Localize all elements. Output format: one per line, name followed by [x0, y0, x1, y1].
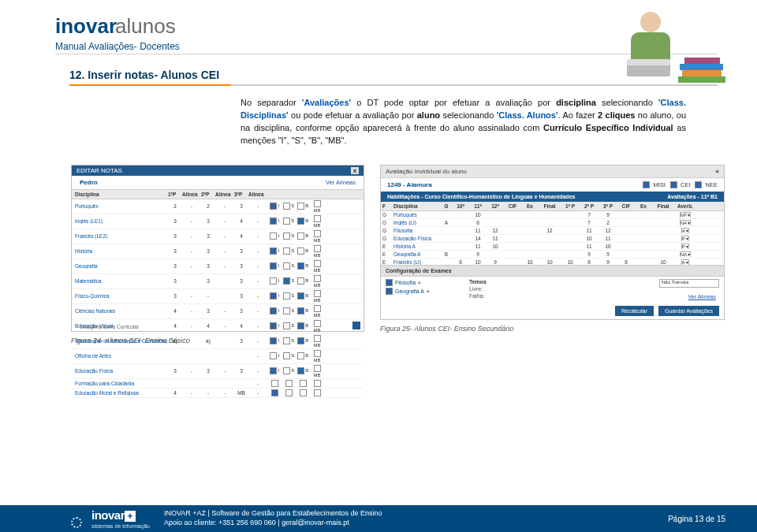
table-row: Educação Moral e Religiosa4---MB- — [72, 389, 364, 398]
checkbox[interactable] — [283, 233, 290, 240]
checkbox[interactable] — [297, 203, 304, 210]
averb-select[interactable]: NP ▾ — [680, 212, 692, 218]
checkbox[interactable] — [270, 218, 277, 225]
transita-select[interactable]: Não Transita — [659, 279, 719, 288]
checkbox[interactable] — [386, 288, 393, 295]
checkbox[interactable] — [270, 337, 277, 344]
guardar-avaliações-button[interactable]: Guardar Avaliações — [658, 306, 719, 316]
checkbox[interactable] — [285, 380, 293, 387]
student-flags: MISI CEI NEE — [638, 181, 718, 189]
checkbox[interactable] — [297, 218, 304, 225]
checkbox[interactable] — [643, 181, 650, 188]
checkbox[interactable] — [283, 292, 290, 299]
checkbox[interactable] — [270, 277, 277, 285]
body-text: o DT pode optar por efetuar a avaliação … — [351, 98, 556, 107]
checkbox[interactable] — [695, 181, 702, 188]
footer-logo-sub: sistemas de informação — [91, 523, 150, 529]
checkbox[interactable] — [297, 277, 304, 285]
checkbox[interactable] — [297, 352, 304, 359]
checkbox[interactable] — [314, 320, 321, 327]
checkbox[interactable] — [270, 292, 277, 299]
checkbox[interactable] — [297, 233, 304, 240]
checkbox[interactable] — [314, 380, 321, 387]
footer-logo: inovar+ sistemas de informação — [71, 508, 150, 530]
checkbox[interactable] — [386, 279, 393, 286]
checkbox[interactable] — [670, 181, 677, 188]
checkbox[interactable] — [283, 262, 290, 270]
page-number: Página 13 de 15 — [668, 515, 725, 523]
body-keyword: 'Avaliações' — [302, 98, 351, 107]
body-text: No separador — [241, 98, 302, 107]
checkbox[interactable] — [270, 262, 277, 270]
checkbox[interactable] — [297, 262, 304, 270]
checkbox[interactable] — [297, 292, 304, 299]
close-icon[interactable]: x — [351, 167, 359, 174]
checkbox[interactable] — [314, 290, 321, 297]
checkbox[interactable] — [283, 337, 290, 344]
checkbox[interactable] — [314, 260, 321, 267]
page-footer: inovar+ sistemas de informação INOVAR +A… — [0, 505, 757, 532]
table-row: Francês (LE2)3-3-4- I S B MB — [72, 229, 364, 244]
checkbox[interactable] — [314, 389, 321, 396]
checkbox[interactable] — [297, 322, 304, 329]
ver-alineas-link[interactable]: Ver Alíneas — [688, 294, 716, 299]
recalcular-button[interactable]: Recalcular — [615, 306, 654, 316]
decorative-illustration — [607, 8, 733, 83]
checkbox[interactable] — [270, 203, 277, 210]
checkbox[interactable] — [283, 322, 290, 329]
checkbox[interactable] — [270, 322, 277, 329]
checkbox[interactable] — [270, 247, 277, 255]
checkbox[interactable] — [270, 367, 277, 374]
body-bold: 2 cliques — [598, 110, 635, 120]
checkbox[interactable] — [314, 350, 321, 357]
checkbox[interactable] — [314, 365, 321, 372]
checkbox[interactable] — [270, 352, 277, 359]
table-row: GEducação Física14111011P ▾ — [381, 235, 724, 243]
body-text: selecionando — [440, 110, 497, 120]
checkbox[interactable] — [314, 275, 321, 282]
checkbox[interactable] — [271, 389, 278, 396]
table-row: Físico-Química3--3- I S B MB — [72, 289, 364, 304]
checkbox[interactable] — [314, 245, 321, 252]
checkbox[interactable] — [283, 247, 290, 255]
checkbox[interactable] — [283, 352, 290, 359]
checkbox[interactable] — [314, 335, 321, 342]
averb-select[interactable]: P ▾ — [681, 236, 690, 241]
checkbox[interactable] — [314, 215, 321, 222]
checkbox[interactable] — [283, 203, 290, 210]
save-icon[interactable] — [352, 322, 360, 329]
close-icon[interactable]: × — [715, 168, 719, 175]
averb-select[interactable]: A ▾ — [681, 228, 689, 233]
checkbox[interactable] — [285, 389, 293, 396]
checkbox[interactable] — [300, 380, 307, 387]
checkbox[interactable] — [283, 307, 290, 314]
checkbox[interactable] — [283, 277, 290, 285]
checkbox[interactable] — [297, 307, 304, 314]
averb-select[interactable]: NA ▾ — [680, 220, 692, 225]
checkbox[interactable] — [297, 337, 304, 344]
table-row: Tecnologias de Informação e Comunicaçãoa… — [72, 334, 364, 349]
checkbox[interactable] — [314, 200, 321, 207]
grades-table: Disciplina1ºPAlínea2ºPAlínea3ºPAlíneaPor… — [72, 189, 364, 398]
bar-left: Habilitações - Curso Científico-Humaníst… — [387, 194, 575, 199]
table-row: História3-3-3- I S B MB — [72, 244, 364, 259]
checkbox[interactable] — [297, 247, 304, 255]
brand-logo-part1: inovar — [55, 16, 117, 36]
checkbox[interactable] — [270, 307, 277, 314]
table-row: Oficina de Artes- I S B MB — [72, 349, 364, 364]
checkbox[interactable] — [271, 380, 278, 387]
checkbox[interactable] — [283, 367, 290, 374]
checkbox[interactable] — [314, 230, 321, 237]
body-text: ou pode efetuar a avaliação por — [289, 110, 417, 120]
dialog-title: EDITAR NOTAS — [76, 167, 122, 174]
ver-alineas-link[interactable]: Ver Alíneas — [326, 179, 356, 186]
bar-right: Avaliações - 11º B1 — [667, 194, 718, 199]
checkbox[interactable] — [300, 389, 307, 396]
checkbox[interactable] — [314, 305, 321, 312]
checkbox[interactable] — [270, 233, 277, 240]
checkbox[interactable] — [283, 218, 290, 225]
config-exames-header: Configuração de Exames — [381, 266, 724, 277]
checkbox[interactable] — [297, 367, 304, 374]
averb-select[interactable]: NA ▾ — [680, 251, 692, 257]
averb-select[interactable]: P ▾ — [681, 244, 690, 249]
